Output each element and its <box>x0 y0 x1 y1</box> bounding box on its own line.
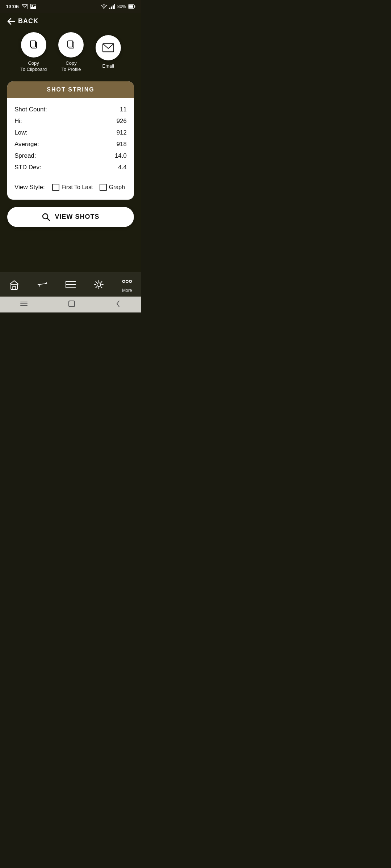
view-shots-label: VIEW SHOTS <box>55 213 99 221</box>
system-nav-bar <box>0 297 141 312</box>
svg-rect-5 <box>113 5 114 9</box>
svg-point-23 <box>39 284 39 285</box>
svg-line-17 <box>47 218 50 221</box>
std-dev-value: 4.4 <box>118 164 127 171</box>
svg-rect-6 <box>114 4 115 9</box>
divider <box>14 177 127 177</box>
view-style-label: View Style: <box>14 184 45 191</box>
spread-label: Spread: <box>14 152 36 159</box>
graph-checkbox[interactable] <box>100 184 107 191</box>
more-icon <box>122 276 132 286</box>
copy-clipboard-icon <box>28 39 39 51</box>
std-dev-row: STD Dev: 4.4 <box>14 162 127 173</box>
nav-more[interactable]: More <box>122 276 132 293</box>
list-icon <box>66 280 76 290</box>
svg-rect-3 <box>109 8 110 9</box>
svg-rect-12 <box>30 41 35 47</box>
shot-string-header: SHOT STRING <box>7 81 134 98</box>
copy-profile-circle <box>58 32 84 58</box>
shot-count-value: 11 <box>120 106 127 113</box>
nav-recent-button[interactable] <box>20 301 28 309</box>
copy-clipboard-circle <box>21 32 46 58</box>
std-dev-label: STD Dev: <box>14 164 41 171</box>
low-label: Low: <box>14 129 28 136</box>
copy-profile-button[interactable]: CopyTo Profile <box>58 32 84 73</box>
battery-percent: 80% <box>117 4 126 9</box>
nav-recent-icon <box>20 301 28 307</box>
copy-profile-icon <box>65 39 77 51</box>
shot-count-label: Shot Count: <box>14 106 47 113</box>
email-label: Email <box>102 63 114 69</box>
svg-rect-8 <box>135 6 135 8</box>
image-icon <box>30 4 36 9</box>
nav-rifle[interactable] <box>37 280 47 290</box>
spread-row: Spread: 14.0 <box>14 150 127 162</box>
first-to-last-checkbox[interactable] <box>52 184 59 191</box>
action-buttons-row: CopyTo Clipboard CopyTo Profile Email <box>7 32 134 73</box>
svg-rect-35 <box>69 301 75 307</box>
hi-label: Hi: <box>14 118 22 125</box>
email-circle <box>96 35 121 60</box>
shot-string-title: SHOT STRING <box>47 86 94 93</box>
status-time: 13:06 <box>6 4 19 9</box>
graph-text: Graph <box>109 184 125 191</box>
shot-string-body: Shot Count: 11 Hi: 926 Low: 912 Average:… <box>7 98 134 200</box>
copy-clipboard-label: CopyTo Clipboard <box>20 60 47 73</box>
low-value: 912 <box>117 129 127 136</box>
view-shots-button[interactable]: VIEW SHOTS <box>7 207 134 227</box>
first-to-last-text: First To Last <box>62 184 93 191</box>
svg-rect-18 <box>11 284 17 289</box>
average-label: Average: <box>14 141 39 148</box>
email-icon <box>102 42 114 54</box>
back-arrow-icon <box>7 18 15 25</box>
more-label: More <box>122 288 132 293</box>
nav-settings[interactable] <box>94 280 104 290</box>
settings-icon <box>94 280 104 290</box>
back-button[interactable]: BACK <box>7 17 134 25</box>
shot-count-row: Shot Count: 11 <box>14 104 127 115</box>
svg-point-31 <box>129 280 131 282</box>
wifi-icon <box>101 4 107 9</box>
svg-line-20 <box>38 283 47 284</box>
signal-icon <box>109 4 115 9</box>
nav-home-button[interactable] <box>68 300 75 309</box>
rifle-icon <box>37 280 47 290</box>
battery-icon <box>128 4 135 9</box>
nav-list[interactable] <box>66 280 76 290</box>
svg-point-28 <box>97 283 101 286</box>
spread-value: 14.0 <box>115 152 127 159</box>
graph-group: Graph <box>100 184 125 191</box>
back-label: BACK <box>18 17 38 25</box>
first-to-last-group: First To Last <box>52 184 93 191</box>
hi-row: Hi: 926 <box>14 115 127 127</box>
email-button[interactable]: Email <box>96 35 121 69</box>
nav-back-button[interactable] <box>115 300 121 309</box>
svg-rect-9 <box>129 5 133 8</box>
shot-string-card: SHOT STRING Shot Count: 11 Hi: 926 Low: … <box>7 81 134 200</box>
copy-profile-label: CopyTo Profile <box>61 60 81 73</box>
copy-clipboard-button[interactable]: CopyTo Clipboard <box>20 32 47 73</box>
view-style-row: View Style: First To Last Graph <box>14 181 127 194</box>
nav-home-icon <box>68 300 75 307</box>
mail-icon <box>22 4 28 9</box>
nav-home[interactable] <box>9 280 19 290</box>
svg-point-29 <box>123 280 125 282</box>
search-icon <box>42 213 50 221</box>
average-row: Average: 918 <box>14 139 127 150</box>
nav-back-icon <box>115 300 121 308</box>
hi-value: 926 <box>117 118 127 125</box>
status-bar: 13:06 80% <box>0 0 141 13</box>
svg-rect-19 <box>13 286 16 289</box>
svg-point-30 <box>126 280 128 282</box>
low-row: Low: 912 <box>14 127 127 139</box>
bottom-nav: More <box>0 272 141 297</box>
svg-rect-4 <box>111 7 112 9</box>
svg-rect-14 <box>68 41 73 47</box>
home-icon <box>9 280 19 290</box>
average-value: 918 <box>117 141 127 148</box>
